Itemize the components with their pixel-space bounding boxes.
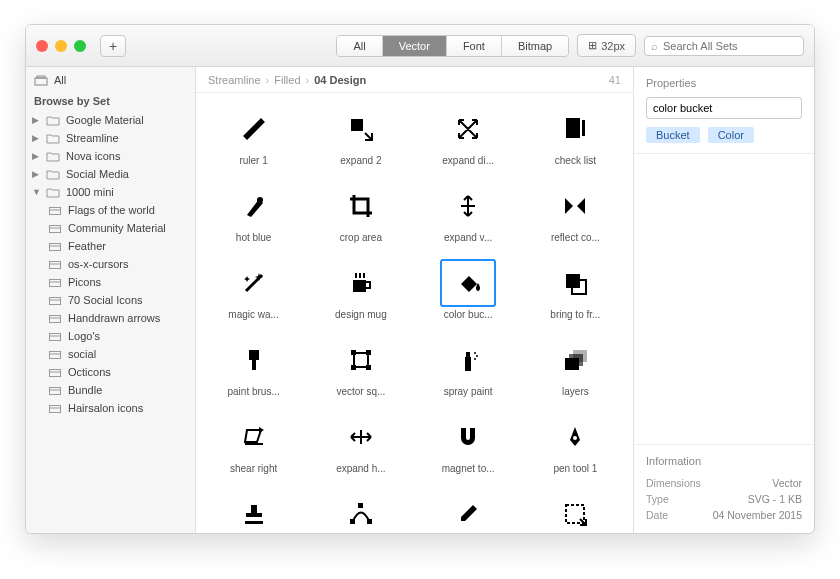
mug-icon <box>333 259 389 307</box>
svg-rect-4 <box>50 225 61 232</box>
icon-cell[interactable]: paint brus... <box>200 330 307 407</box>
sidebar-set-label: Nova icons <box>66 150 120 162</box>
minimize-icon[interactable] <box>55 40 67 52</box>
sidebar-subset[interactable]: Feather <box>26 237 195 255</box>
layers-icon <box>547 336 603 384</box>
sidebar-all[interactable]: All <box>26 71 195 89</box>
icon-cell[interactable]: crop area <box>307 176 414 253</box>
icon-cell[interactable] <box>522 484 629 533</box>
icon-cell[interactable] <box>415 484 522 533</box>
sidebar-subset[interactable]: Community Material <box>26 219 195 237</box>
icon-cell[interactable]: color buc... <box>415 253 522 330</box>
sidebar-subset[interactable]: Octicons <box>26 363 195 381</box>
svg-rect-26 <box>351 119 363 131</box>
tag[interactable]: Color <box>708 127 754 143</box>
shear-icon <box>226 413 282 461</box>
icon-cell[interactable]: bring to fr... <box>522 253 629 330</box>
sidebar-subset-label: Community Material <box>68 222 166 234</box>
segment-all[interactable]: All <box>337 36 382 56</box>
svg-rect-10 <box>50 279 61 286</box>
icon-cell[interactable]: check list <box>522 99 629 176</box>
zoom-icon[interactable] <box>74 40 86 52</box>
stack-icon <box>34 75 48 86</box>
icon-name-input[interactable] <box>646 97 802 119</box>
inspector: Properties BucketColor Information Dimen… <box>634 67 814 533</box>
sidebar-subset[interactable]: os-x-cursors <box>26 255 195 273</box>
segment-font[interactable]: Font <box>447 36 502 56</box>
crumb-1[interactable]: Filled <box>274 74 300 86</box>
hotblue-icon <box>226 182 282 230</box>
sidebar-subset[interactable]: social <box>26 345 195 363</box>
sidebar-subset[interactable]: Bundle <box>26 381 195 399</box>
icon-cell[interactable]: hot blue <box>200 176 307 253</box>
icon-label: expand 2 <box>340 155 381 166</box>
box-icon <box>48 295 62 306</box>
size-label: 32px <box>601 40 625 52</box>
box-icon <box>48 205 62 216</box>
sidebar-set[interactable]: ▶Google Material <box>26 111 195 129</box>
icon-cell[interactable]: expand h... <box>307 407 414 484</box>
sidebar-subset[interactable]: Picons <box>26 273 195 291</box>
svg-rect-1 <box>37 76 45 78</box>
box-icon <box>48 349 62 360</box>
sidebar-subset[interactable]: Logo's <box>26 327 195 345</box>
crumb-count: 41 <box>609 74 621 86</box>
icon-cell[interactable]: layers <box>522 330 629 407</box>
icon-label: pen tool 1 <box>553 463 597 474</box>
search-field[interactable]: ⌕ <box>644 36 804 56</box>
icon-cell[interactable]: expand v... <box>415 176 522 253</box>
segment-vector[interactable]: Vector <box>383 36 447 56</box>
svg-rect-22 <box>50 387 61 394</box>
icon-label: spray paint <box>444 386 493 397</box>
icon-label: layers <box>562 386 589 397</box>
add-button[interactable]: + <box>100 35 126 57</box>
sidebar-set-label: Streamline <box>66 132 119 144</box>
icon-cell[interactable]: vector sq... <box>307 330 414 407</box>
svg-rect-18 <box>50 351 61 358</box>
sidebar-subset[interactable]: Hairsalon icons <box>26 399 195 417</box>
icon-cell[interactable]: reflect co... <box>522 176 629 253</box>
icon-cell[interactable] <box>200 484 307 533</box>
icon-cell[interactable]: ruler 1 <box>200 99 307 176</box>
box-icon <box>48 259 62 270</box>
icon-label: magic wa... <box>228 309 279 320</box>
info-key: Type <box>646 493 669 505</box>
brush-icon <box>226 336 282 384</box>
sidebar-subset-label: Feather <box>68 240 106 252</box>
crumb-0[interactable]: Streamline <box>208 74 261 86</box>
icon-cell[interactable]: expand di... <box>415 99 522 176</box>
disclosure-triangle-icon: ▶ <box>32 169 40 179</box>
svg-rect-24 <box>50 405 61 412</box>
expandh-icon <box>333 413 389 461</box>
info-row: DimensionsVector <box>646 475 802 491</box>
sidebar-set[interactable]: ▶Streamline <box>26 129 195 147</box>
close-icon[interactable] <box>36 40 48 52</box>
icon-cell[interactable]: shear right <box>200 407 307 484</box>
sidebar-set[interactable]: ▶Social Media <box>26 165 195 183</box>
main-area: Streamline › Filled › 04 Design 41 ruler… <box>196 67 634 533</box>
sidebar-subset[interactable]: Flags of the world <box>26 201 195 219</box>
icon-cell[interactable]: magic wa... <box>200 253 307 330</box>
icon-cell[interactable]: pen tool 1 <box>522 407 629 484</box>
icon-cell[interactable] <box>307 484 414 533</box>
search-input[interactable] <box>663 40 797 52</box>
segment-bitmap[interactable]: Bitmap <box>502 36 568 56</box>
expanddi-icon <box>440 105 496 153</box>
sidebar-subset[interactable]: Handdrawn arrows <box>26 309 195 327</box>
info-key: Date <box>646 509 668 521</box>
size-selector[interactable]: ⊞ 32px <box>577 34 636 57</box>
box-icon <box>48 385 62 396</box>
icon-cell[interactable]: expand 2 <box>307 99 414 176</box>
sidebar-set[interactable]: ▼1000 mini <box>26 183 195 201</box>
box-icon <box>48 241 62 252</box>
sidebar-subset[interactable]: 70 Social Icons <box>26 291 195 309</box>
icon-cell[interactable]: spray paint <box>415 330 522 407</box>
svg-rect-40 <box>465 357 471 371</box>
icon-cell[interactable]: design mug <box>307 253 414 330</box>
icon-label: expand v... <box>444 232 492 243</box>
vector2-icon <box>333 490 389 533</box>
icon-cell[interactable]: magnet to... <box>415 407 522 484</box>
disclosure-triangle-icon: ▼ <box>32 187 40 197</box>
tag[interactable]: Bucket <box>646 127 700 143</box>
sidebar-set[interactable]: ▶Nova icons <box>26 147 195 165</box>
